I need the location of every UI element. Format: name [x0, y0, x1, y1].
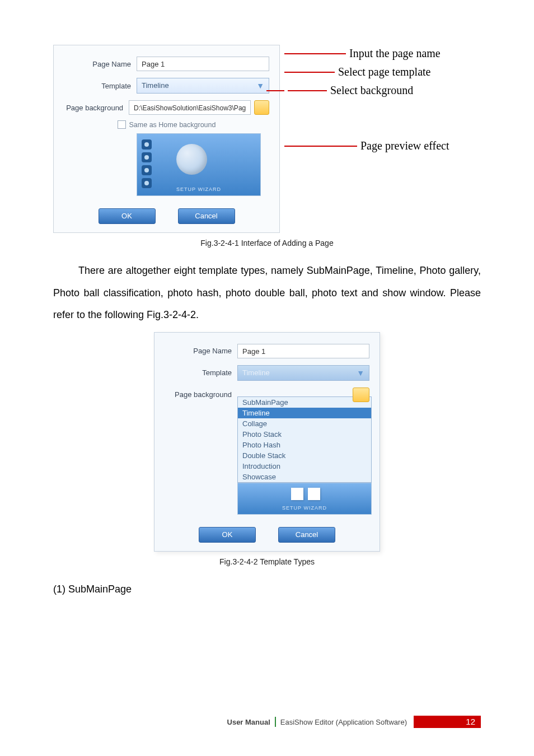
- footer-title: User Manual: [227, 718, 270, 726]
- chevron-down-icon: ▼: [256, 78, 264, 93]
- cancel-button[interactable]: Cancel: [278, 527, 335, 543]
- template-label: Template: [165, 368, 237, 377]
- template-value: Timeline: [142, 78, 169, 93]
- preview-square-icon: [291, 488, 303, 500]
- chevron-down-icon: ▼: [357, 366, 364, 380]
- browse-folder-button[interactable]: [254, 100, 269, 115]
- page-number: 12: [414, 716, 481, 728]
- preview-circle-icon: [176, 144, 207, 175]
- bg-label: Page background: [165, 390, 237, 399]
- figure-2: Page Name Page 1 Template Timeline ▼ Pag…: [53, 332, 481, 552]
- dropdown-option[interactable]: Showcase: [238, 472, 371, 482]
- add-page-dialog: Page Name Page 1 Template Timeline ▼ Pag…: [53, 45, 280, 233]
- dropdown-option[interactable]: Photo Stack: [238, 429, 371, 440]
- dropdown-option[interactable]: Photo Hash: [238, 440, 371, 450]
- template-types-dialog: Page Name Page 1 Template Timeline ▼ Pag…: [154, 332, 380, 552]
- preview-square-icon: [308, 488, 320, 500]
- preview-watermark: SETUP WIZARD: [238, 505, 371, 511]
- dropdown-option-selected[interactable]: Timeline: [238, 408, 371, 418]
- page-footer: User ManualEasiShow Editor (Application …: [0, 716, 534, 728]
- page-name-input[interactable]: Page 1: [237, 344, 369, 358]
- figure1-annotations: Input the page name Select page template…: [284, 45, 449, 158]
- preview-watermark: SETUP WIZARD: [137, 186, 260, 192]
- cancel-button[interactable]: Cancel: [178, 208, 235, 224]
- footer-separator-icon: [275, 717, 276, 727]
- thumb-icon: [142, 139, 152, 150]
- thumb-icon: [142, 152, 152, 162]
- template-value: Timeline: [242, 366, 270, 380]
- browse-folder-button[interactable]: [353, 388, 369, 402]
- anno-input-name: Input the page name: [349, 47, 441, 60]
- bg-path-input[interactable]: D:\EasiShowSolution\EasiShow3\Pag: [129, 100, 251, 115]
- footer-subtitle: EasiShow Editor (Application Software): [280, 718, 407, 726]
- dropdown-option[interactable]: Introduction: [238, 461, 371, 472]
- dropdown-option[interactable]: Double Stack: [238, 450, 371, 461]
- template-dropdown-list[interactable]: SubMainPage Timeline Collage Photo Stack…: [237, 396, 372, 483]
- page-preview: SETUP WIZARD: [137, 133, 261, 196]
- page-name-label: Page Name: [165, 347, 237, 355]
- anno-select-template: Select page template: [338, 66, 430, 78]
- figure-1: Page Name Page 1 Template Timeline ▼ Pag…: [53, 45, 481, 233]
- list-item-1: (1) SubMainPage: [53, 578, 481, 601]
- figure1-caption: Fig.3-2-4-1 Interface of Adding a Page: [53, 239, 481, 248]
- template-combo[interactable]: Timeline ▼: [137, 78, 269, 94]
- page-preview: SETUP WIZARD: [237, 483, 372, 515]
- bg-label: Page background: [64, 104, 129, 112]
- anno-select-bg: Select background: [330, 84, 413, 97]
- page-name-input[interactable]: Page 1: [137, 57, 269, 71]
- page-name-label: Page Name: [64, 60, 137, 68]
- body-paragraph: There are altogether eight template type…: [53, 260, 481, 326]
- same-as-home-label: Same as Home background: [129, 121, 216, 129]
- figure2-caption: Fig.3-2-4-2 Template Types: [53, 557, 481, 566]
- anno-preview-effect: Page preview effect: [360, 139, 449, 152]
- ok-button[interactable]: OK: [199, 527, 256, 543]
- ok-button[interactable]: OK: [99, 208, 156, 224]
- dropdown-option[interactable]: SubMainPage: [238, 397, 371, 408]
- thumb-icon: [142, 165, 152, 175]
- dropdown-option[interactable]: Collage: [238, 418, 371, 429]
- template-label: Template: [64, 82, 137, 90]
- template-combo-open[interactable]: Timeline ▼: [237, 365, 369, 381]
- same-as-home-checkbox[interactable]: [118, 120, 126, 129]
